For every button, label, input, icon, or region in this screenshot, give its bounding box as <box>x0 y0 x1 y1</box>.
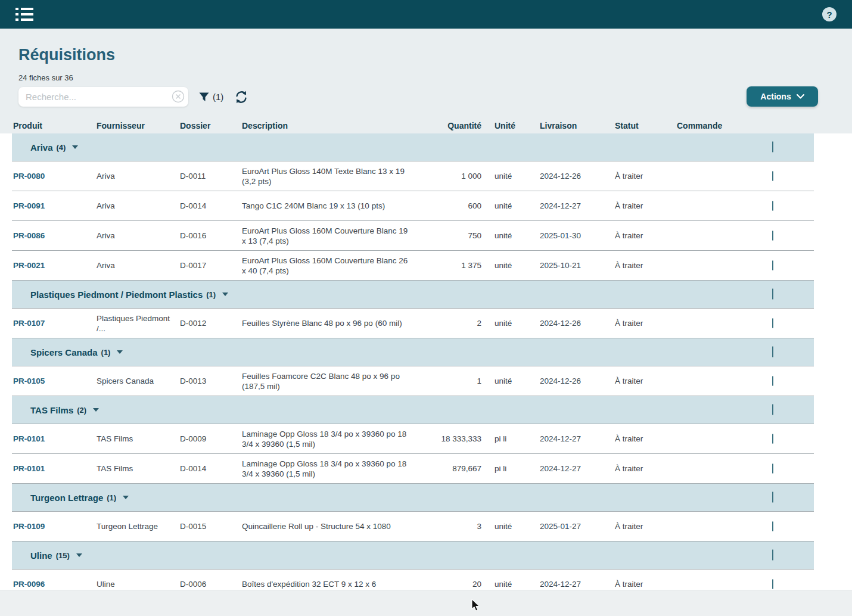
requisitions-table: Ariva(4)PR-0080ArivaD-0011EuroArt Plus G… <box>12 133 814 590</box>
column-header-fournisseur[interactable]: Fournisseur <box>95 121 179 130</box>
column-header-statut[interactable]: Statut <box>602 121 664 130</box>
cell-fournisseur: TAS Films <box>95 434 179 444</box>
group-count: (1) <box>101 348 111 357</box>
cell-fournisseur: Spicers Canada <box>95 376 179 386</box>
group-label[interactable]: Turgeon Lettrage <box>30 493 103 503</box>
row-checkbox[interactable] <box>772 579 773 589</box>
cell-quantite: 18 333,333 <box>419 434 481 444</box>
row-checkbox[interactable] <box>772 376 773 386</box>
chevron-down-icon[interactable] <box>76 553 82 557</box>
table-row: PR-0107Plastiques Piedmont /...D-0012Feu… <box>12 309 814 338</box>
group-label[interactable]: Uline <box>30 550 52 561</box>
cell-livraison: 2025-01-27 <box>527 521 602 531</box>
product-link[interactable]: PR-0101 <box>13 434 45 443</box>
group-checkbox[interactable] <box>772 404 773 415</box>
main-content: Réquisitions 24 fiches sur 36 (1) <box>0 29 852 590</box>
product-link[interactable]: PR-0101 <box>13 464 45 473</box>
chevron-down-icon[interactable] <box>222 293 228 296</box>
toolbar: (1) Actions <box>18 87 852 107</box>
group-checkbox[interactable] <box>772 288 773 300</box>
menu-list-icon[interactable] <box>15 5 36 23</box>
group-label[interactable]: Spicers Canada <box>30 347 98 357</box>
column-header-commande[interactable]: Commande <box>664 121 765 130</box>
group-checkbox[interactable] <box>772 549 773 561</box>
group-checkbox[interactable] <box>772 491 773 503</box>
product-link[interactable]: PR-0021 <box>13 261 45 270</box>
chevron-down-icon[interactable] <box>123 496 129 499</box>
cell-quantite: 879,667 <box>419 463 481 474</box>
cell-unite: unité <box>481 579 527 589</box>
actions-button-label: Actions <box>760 92 791 101</box>
cell-statut: À traiter <box>602 463 664 474</box>
cell-quantite: 2 <box>419 318 481 328</box>
group-label[interactable]: Plastiques Piedmont / Piedmont Plastics <box>30 290 203 300</box>
cell-statut: À traiter <box>602 521 664 531</box>
group-label[interactable]: Ariva <box>30 142 53 153</box>
refresh-button[interactable] <box>234 90 248 104</box>
cell-statut: À traiter <box>602 201 664 211</box>
column-header-quantite[interactable]: Quantité <box>419 121 481 130</box>
table-row: PR-0105Spicers CanadaD-0013Feuilles Foam… <box>12 366 814 396</box>
cell-unite: unité <box>481 171 527 181</box>
group-label[interactable]: TAS Films <box>30 405 73 415</box>
group-row-ariva[interactable]: Ariva(4) <box>12 133 814 161</box>
group-row-turgeon-lettrage[interactable]: Turgeon Lettrage(1) <box>12 484 814 512</box>
funnel-icon <box>199 92 209 102</box>
clear-search-icon[interactable] <box>172 90 185 103</box>
row-checkbox[interactable] <box>772 201 773 211</box>
chevron-down-icon[interactable] <box>117 350 123 354</box>
chevron-down-icon[interactable] <box>93 408 99 412</box>
cell-description: Quincaillerie Roll up - Structure 54 x 1… <box>241 521 419 531</box>
group-row-tas-films[interactable]: TAS Films(2) <box>12 396 814 424</box>
row-checkbox[interactable] <box>772 434 773 444</box>
cell-livraison: 2024-12-27 <box>527 579 602 589</box>
group-checkbox[interactable] <box>772 346 773 357</box>
product-link[interactable]: PR-0096 <box>13 580 45 589</box>
row-checkbox[interactable] <box>772 463 773 474</box>
cell-quantite: 3 <box>419 521 481 531</box>
help-icon[interactable]: ? <box>822 7 837 21</box>
product-link[interactable]: PR-0080 <box>13 172 45 181</box>
cell-fournisseur: Uline <box>95 579 179 589</box>
product-link[interactable]: PR-0107 <box>13 319 45 328</box>
group-count: (15) <box>56 551 70 560</box>
filter-button[interactable]: (1) <box>199 92 223 102</box>
row-checkbox[interactable] <box>772 231 773 241</box>
row-checkbox[interactable] <box>772 171 773 181</box>
group-count: (2) <box>77 406 86 415</box>
cell-description: Feuilles Styrène Blanc 48 po x 96 po (60… <box>241 318 419 328</box>
row-checkbox[interactable] <box>772 318 773 328</box>
cell-unite: unité <box>481 260 527 270</box>
row-checkbox[interactable] <box>772 260 773 270</box>
group-checkbox[interactable] <box>772 141 773 153</box>
cell-statut: À traiter <box>602 434 664 444</box>
column-header-dossier[interactable]: Dossier <box>179 121 241 130</box>
cell-unite: unité <box>481 318 527 328</box>
table-header-row: Produit Fournisseur Dossier Description … <box>12 117 814 133</box>
column-header-produit[interactable]: Produit <box>12 121 95 130</box>
product-link[interactable]: PR-0105 <box>13 377 45 385</box>
actions-button[interactable]: Actions <box>747 86 818 107</box>
chevron-down-icon[interactable] <box>72 145 78 149</box>
column-header-unite[interactable]: Unité <box>481 121 527 130</box>
product-link[interactable]: PR-0109 <box>13 522 45 531</box>
cell-dossier: D-0012 <box>179 318 241 328</box>
cell-unite: pi li <box>481 463 527 474</box>
cell-dossier: D-0011 <box>179 171 241 181</box>
cell-quantite: 20 <box>419 579 481 589</box>
cell-description: EuroArt Plus Gloss 140M Texte Blanc 13 x… <box>241 166 419 186</box>
search-field-wrapper <box>18 87 188 107</box>
cell-dossier: D-0006 <box>179 579 241 589</box>
row-checkbox[interactable] <box>772 521 773 531</box>
column-header-livraison[interactable]: Livraison <box>527 121 602 130</box>
product-link[interactable]: PR-0091 <box>13 201 45 210</box>
cell-statut: À traiter <box>602 579 664 589</box>
column-header-description[interactable]: Description <box>241 121 419 130</box>
group-row-uline[interactable]: Uline(15) <box>12 542 814 570</box>
group-row-plastiques-piedmont-piedmont-plastics[interactable]: Plastiques Piedmont / Piedmont Plastics(… <box>12 281 814 309</box>
product-link[interactable]: PR-0086 <box>13 231 45 240</box>
search-input[interactable] <box>18 87 188 107</box>
table-row: PR-0086ArivaD-0016EuroArt Plus Gloss 160… <box>12 221 814 251</box>
group-row-spicers-canada[interactable]: Spicers Canada(1) <box>12 338 814 366</box>
table-row: PR-0080ArivaD-0011EuroArt Plus Gloss 140… <box>12 161 814 191</box>
